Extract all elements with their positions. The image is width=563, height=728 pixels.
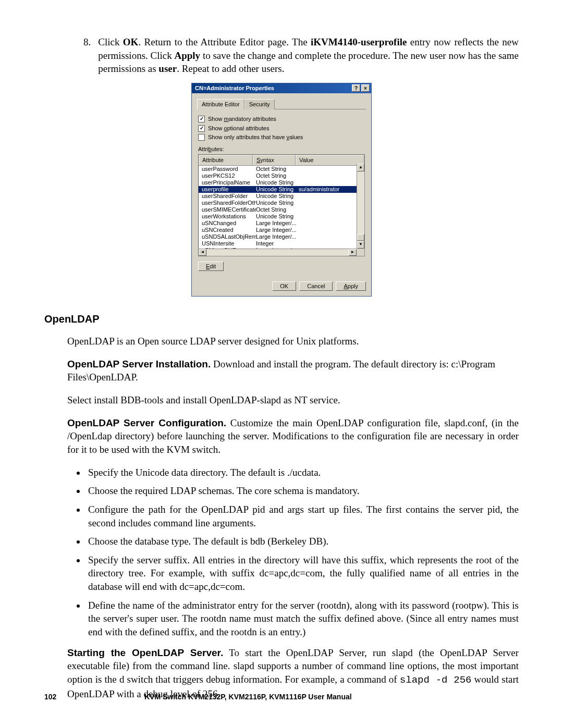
attributes-label: Attributes: [198, 145, 365, 153]
list-item: Configure the path for the OpenLDAP pid … [86, 503, 519, 529]
tab-attribute-editor[interactable]: Attribute Editor [197, 99, 244, 109]
scroll-up-icon[interactable]: ▲ [357, 164, 364, 171]
check-icon[interactable] [198, 134, 205, 141]
table-row[interactable]: userSharedFolderOtherUnicode String [199, 200, 364, 206]
table-row[interactable]: userprofileUnicode Stringsu/administrato… [199, 186, 364, 193]
step-text: Click OK. Return to the Attribute Editor… [98, 35, 519, 76]
scroll-right-icon[interactable]: ► [349, 249, 357, 256]
install-paragraph-2: Select install BDB-tools and install Ope… [67, 393, 519, 407]
step-8: 8. Click OK. Return to the Attribute Edi… [83, 35, 519, 76]
apply-button[interactable]: Apply [336, 281, 366, 291]
col-value[interactable]: Value [296, 155, 364, 165]
config-bullet-list: Specify the Unicode data directory. The … [86, 466, 519, 639]
edit-button[interactable]: Edit [198, 262, 224, 271]
col-attribute[interactable]: Attribute [199, 155, 253, 165]
ok-button[interactable]: OK [272, 281, 296, 291]
vertical-scrollbar[interactable]: ▲ ▼ [357, 164, 364, 249]
scroll-thumb[interactable] [357, 234, 364, 241]
check-icon[interactable]: ✓ [198, 125, 205, 132]
scroll-down-icon[interactable]: ▼ [357, 241, 364, 249]
close-icon[interactable]: × [361, 84, 370, 92]
footer-title: KVM Switch KVM2132P, KVM2116P, KVM1116P … [144, 692, 352, 702]
dialog-title: CN=Administrator Properties [195, 84, 274, 92]
titlebar: CN=Administrator Properties ? × [192, 83, 371, 93]
attributes-table[interactable]: Attribute Syntax Value userPasswordOctet… [198, 154, 365, 256]
table-row[interactable]: userPasswordOctet String [199, 166, 364, 172]
table-row[interactable]: USNIntersiteInteger [199, 240, 364, 247]
table-row[interactable]: uSNCreatedLarge Integer/... [199, 227, 364, 233]
table-row[interactable]: userPKCS12Octet String [199, 172, 364, 179]
config-paragraph: OpenLDAP Server Configuration. Customize… [67, 416, 519, 456]
table-row[interactable]: uSNDSALastObjRem...Large Integer/... [199, 233, 364, 240]
page-number: 102 [44, 692, 144, 702]
list-item: Choose the required LDAP schemas. The co… [86, 484, 519, 498]
checkbox-mandatory[interactable]: ✓ Show mandatory attributes [198, 115, 365, 123]
section-heading: OpenLDAP [44, 312, 519, 326]
table-row[interactable]: userWorkstationsUnicode String [199, 213, 364, 220]
table-row[interactable]: userSMIMECertificateOctet String [199, 206, 364, 213]
tab-security[interactable]: Security [244, 99, 275, 109]
list-item: Choose the database type. The default is… [86, 535, 519, 548]
page-footer: 102 KVM Switch KVM2132P, KVM2116P, KVM11… [44, 692, 519, 702]
col-syntax[interactable]: Syntax [253, 155, 296, 165]
help-icon[interactable]: ? [352, 84, 360, 92]
step-number: 8. [83, 35, 91, 76]
list-item: Specify the server suffix. All entries i… [86, 553, 519, 594]
checkbox-optional[interactable]: ✓ Show optional attributes [198, 125, 365, 132]
horizontal-scrollbar[interactable]: ◄ ► [199, 249, 357, 256]
tabstrip: Attribute Editor Security [197, 98, 366, 109]
install-paragraph: OpenLDAP Server Installation. Download a… [67, 357, 519, 384]
scroll-left-icon[interactable]: ◄ [199, 249, 206, 256]
table-row[interactable]: userPrincipalNameUnicode String [199, 179, 364, 186]
properties-dialog: CN=Administrator Properties ? × Attribut… [191, 83, 372, 297]
intro-paragraph: OpenLDAP is an Open source LDAP server d… [67, 335, 519, 348]
cancel-button[interactable]: Cancel [299, 281, 333, 291]
table-header: Attribute Syntax Value [199, 155, 364, 166]
check-icon[interactable]: ✓ [198, 116, 205, 122]
list-item: Specify the Unicode data directory. The … [86, 466, 519, 479]
table-row[interactable]: uSNChangedLarge Integer/... [199, 220, 364, 227]
list-item: Define the name of the administrator ent… [86, 599, 519, 639]
table-row[interactable]: userSharedFolderUnicode String [199, 193, 364, 200]
checkbox-have-values[interactable]: Show only attributes that have values [198, 133, 365, 141]
